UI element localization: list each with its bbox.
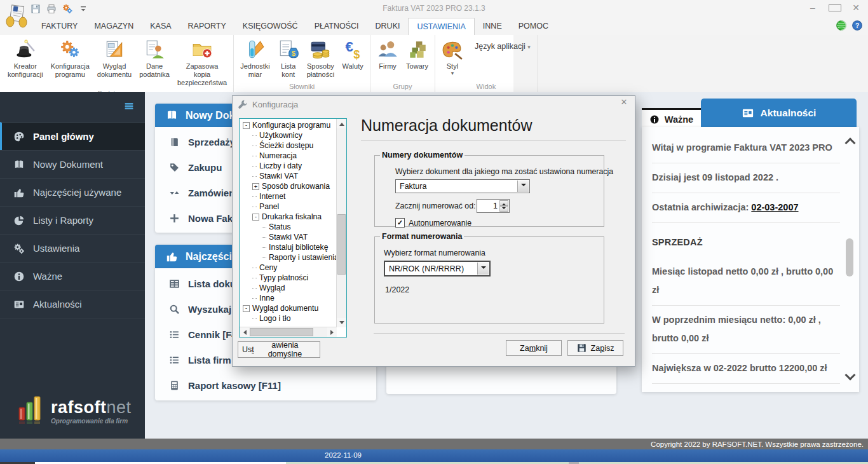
ribbon-button[interactable]: Wygląd dokumentu (93, 38, 135, 79)
sidebar-item-aktualno-ci[interactable]: Aktualności (0, 290, 145, 318)
tree-item[interactable]: Inne (241, 293, 336, 303)
tree-item[interactable]: Internet (241, 191, 336, 201)
toolbar-options-icon[interactable] (78, 4, 88, 14)
tree-item[interactable]: Ścieżki dostępu (241, 140, 336, 151)
tree-item[interactable]: Numeracja (241, 151, 336, 161)
hamburger-menu-icon[interactable] (123, 101, 135, 111)
tree-item[interactable]: Stawki VAT (241, 232, 336, 242)
spinner-up-icon[interactable] (499, 200, 508, 206)
menu-tab-ustawienia[interactable]: USTAWIENIA (408, 18, 474, 35)
ribbon-button[interactable]: Towary (402, 38, 432, 71)
document-select[interactable]: Faktura (395, 179, 530, 193)
archive-date-link[interactable]: 02-03-2007 (751, 202, 798, 212)
menu-tab-inne[interactable]: INNE (475, 18, 510, 35)
close-button[interactable]: ✕ (850, 3, 862, 13)
sidebar-item-najcz-ciej-u-ywane[interactable]: Najczęściej używane (0, 178, 145, 206)
ribbon-button[interactable]: Firmy (373, 38, 402, 71)
settings-icon[interactable] (62, 4, 72, 14)
scroll-up-icon[interactable] (845, 138, 856, 149)
maximize-button[interactable] (829, 3, 840, 13)
chevron-down-icon[interactable]: ▾ (451, 71, 454, 76)
zapisz-button[interactable]: Zapisz (567, 340, 623, 356)
tab-wazne[interactable]: Ważne (642, 108, 701, 129)
ribbon-button[interactable]: Jednostki miar (236, 38, 273, 79)
tree-item[interactable]: Status (241, 222, 336, 232)
tree-toggle-icon[interactable]: - (252, 214, 259, 221)
list-item[interactable]: Raport kasowy [F11] (155, 372, 376, 398)
tree-item[interactable]: Wygląd (241, 283, 336, 293)
checkbox-check-icon[interactable]: ✓ (395, 218, 405, 228)
svg-text:$: $ (353, 48, 360, 60)
tree-scroll-right[interactable] (327, 327, 337, 337)
config-tree-items: -Konfiguracja programuUżytkownicyŚcieżki… (241, 120, 336, 327)
updown-icon (169, 188, 180, 198)
dropdown-arrow-icon[interactable] (477, 263, 489, 275)
ribbon-button[interactable]: $ Lista kont (274, 38, 303, 79)
menu-tab-raporty[interactable]: RAPORTY (180, 18, 234, 35)
defaults-button[interactable]: Ustawienia domyślne (238, 341, 320, 358)
tree-item[interactable]: -Wygląd dokumentu (241, 303, 336, 313)
scrollbar-thumb[interactable] (846, 238, 853, 276)
tree-item[interactable]: Panel (241, 201, 336, 212)
menu-tab-pomoc[interactable]: POMOC (510, 18, 557, 35)
ribbon-button[interactable]: Styl▾ (438, 38, 467, 76)
sidebar-item-listy-i-raporty[interactable]: Listy i Raporty (0, 206, 145, 234)
gear-icon (13, 243, 25, 254)
tree-toggle-icon[interactable]: - (243, 122, 250, 129)
menu-tab-płatności[interactable]: PŁATNOŚCI (306, 18, 367, 35)
ribbon-button[interactable]: €$ Waluty (338, 38, 367, 71)
spinner-down-icon[interactable] (499, 206, 508, 212)
tree-item[interactable]: Raporty i ustawienia (241, 252, 336, 263)
tree-scroll-up[interactable] (337, 119, 346, 128)
info-panel-scrollbar[interactable] (844, 137, 856, 381)
tree-item[interactable]: +Sposób drukowania (241, 181, 336, 191)
tree-toggle-icon[interactable]: - (243, 305, 250, 312)
autonumber-checkbox[interactable]: ✓ Autonumerowanie (395, 218, 471, 228)
tree-horizontal-scrollbar[interactable] (240, 327, 337, 337)
menu-tab-druki[interactable]: DRUKI (367, 18, 409, 35)
ribbon-button[interactable]: Dane podatnika (135, 38, 173, 79)
tree-item[interactable]: Liczby i daty (241, 161, 336, 171)
ribbon-dropdown[interactable]: Język aplikacji ▾ (475, 42, 531, 51)
tree-item[interactable]: Użytkownicy (241, 130, 336, 140)
tab-aktualnosci[interactable]: Aktualności (701, 99, 857, 127)
scroll-down-icon[interactable] (845, 370, 856, 381)
online-status-icon[interactable] (836, 20, 847, 31)
ribbon-button[interactable]: Sposoby płatności (303, 38, 338, 79)
save-icon[interactable] (31, 4, 41, 14)
tree-item[interactable]: Logo i tło (241, 313, 336, 324)
tree-hscroll-thumb[interactable] (250, 328, 313, 336)
tree-toggle-icon[interactable]: + (252, 183, 259, 190)
dropdown-arrow-icon[interactable] (517, 181, 529, 192)
tree-scroll-down[interactable] (337, 318, 346, 327)
menu-tab-kasa[interactable]: KASA (142, 18, 179, 35)
ribbon-button[interactable]: Konfiguracja programu (47, 38, 93, 79)
help-icon[interactable]: ? (851, 20, 863, 31)
tree-item[interactable]: Instaluj bibliotekę (241, 242, 336, 252)
format-select[interactable]: NR/ROK (NR/RRRR) (384, 261, 491, 276)
tree-item[interactable]: Stawki VAT (241, 171, 336, 181)
tree-vscroll-thumb[interactable] (337, 214, 346, 275)
tree-item[interactable]: Typy płatności (241, 273, 336, 283)
tree-item[interactable]: -Konfiguracja programu (241, 120, 336, 130)
tree-item[interactable]: -Drukarka fiskalna (241, 212, 336, 222)
sidebar-item-ustawienia[interactable]: Ustawienia (0, 234, 145, 262)
tree-vertical-scrollbar[interactable] (336, 119, 346, 327)
tree-item[interactable]: Ceny (241, 263, 336, 273)
print-icon[interactable] (46, 4, 57, 14)
heading-divider (361, 140, 626, 141)
minimize-button[interactable]: – (807, 3, 818, 13)
tab-aktualnosci-label: Aktualności (761, 107, 817, 119)
menu-tab-faktury[interactable]: FAKTURY (33, 18, 86, 35)
tree-scroll-left[interactable] (240, 327, 249, 337)
sidebar-item-panel-g-wny[interactable]: Panel główny (0, 122, 145, 150)
sidebar-item-nowy-dokument[interactable]: Nowy Dokument (0, 150, 145, 178)
menu-tab-magazyn[interactable]: MAGAZYN (86, 18, 142, 35)
ribbon-button[interactable]: Kreator konfiguracji (4, 38, 47, 79)
zamknij-button[interactable]: Zamknij (506, 340, 562, 356)
book-icon (166, 109, 178, 121)
ribbon-button[interactable]: Zapasowa kopia bezpieczeństwa (173, 38, 231, 87)
menu-tab-księgowość[interactable]: KSIĘGOWOŚĆ (234, 18, 306, 35)
sidebar-item-wa-ne[interactable]: Ważne (0, 262, 145, 290)
start-number-spinner[interactable]: 1 (477, 199, 510, 213)
